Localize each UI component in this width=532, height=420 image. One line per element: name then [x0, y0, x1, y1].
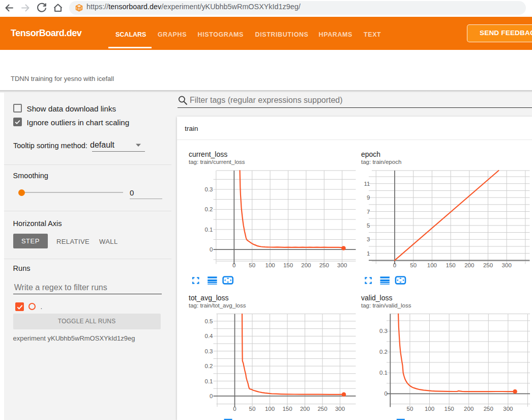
svg-text:0.3: 0.3 [205, 186, 213, 192]
svg-text:200: 200 [464, 406, 474, 412]
svg-text:0: 0 [210, 393, 213, 399]
svg-text:300: 300 [502, 262, 512, 268]
svg-text:300: 300 [335, 406, 345, 412]
svg-text:0.1: 0.1 [379, 370, 388, 376]
svg-text:250: 250 [483, 262, 493, 268]
svg-text:50: 50 [410, 262, 417, 268]
svg-text:0: 0 [233, 406, 236, 412]
svg-text:250: 250 [484, 406, 493, 412]
svg-text:200: 200 [301, 262, 311, 268]
svg-text:7: 7 [367, 209, 370, 215]
svg-text:250: 250 [319, 262, 329, 268]
svg-text:0.3: 0.3 [205, 348, 213, 354]
svg-text:tot_avg_loss: tot_avg_loss [189, 294, 229, 302]
svg-text:0.1: 0.1 [205, 378, 213, 384]
svg-text:1: 1 [367, 250, 370, 257]
svg-text:epoch: epoch [361, 150, 380, 158]
svg-text:100: 100 [265, 262, 275, 268]
svg-text:tag: train/valid_loss: tag: train/valid_loss [361, 302, 411, 309]
svg-text:300: 300 [337, 262, 347, 268]
svg-text:0.1: 0.1 [205, 227, 213, 233]
svg-text:0.5: 0.5 [205, 318, 213, 324]
svg-text:50: 50 [407, 406, 413, 412]
svg-text:150: 150 [282, 406, 292, 412]
svg-text:tag: train/epoch: tag: train/epoch [361, 159, 401, 165]
svg-text:0: 0 [210, 246, 213, 253]
svg-text:250: 250 [317, 406, 327, 412]
svg-text:current_loss: current_loss [189, 150, 227, 158]
svg-text:valid_loss: valid_loss [361, 294, 392, 302]
svg-text:5: 5 [367, 222, 370, 229]
svg-text:0: 0 [393, 262, 396, 268]
svg-text:300: 300 [503, 406, 513, 412]
svg-text:9: 9 [367, 194, 370, 201]
svg-text:0: 0 [385, 390, 388, 397]
svg-text:0.2: 0.2 [205, 206, 213, 212]
svg-text:0: 0 [232, 262, 235, 268]
svg-text:3: 3 [367, 236, 370, 242]
svg-text:0.2: 0.2 [379, 349, 388, 355]
svg-text:train: train [185, 125, 198, 132]
svg-text:11: 11 [364, 181, 370, 187]
svg-text:50: 50 [249, 262, 255, 268]
svg-text:tag: train/current_loss: tag: train/current_loss [189, 159, 245, 165]
svg-text:0.3: 0.3 [379, 328, 388, 334]
svg-text:100: 100 [427, 262, 437, 268]
svg-text:100: 100 [265, 406, 275, 412]
svg-text:0.4: 0.4 [205, 333, 214, 339]
svg-text:150: 150 [445, 406, 454, 412]
svg-text:150: 150 [446, 262, 456, 268]
svg-text:100: 100 [425, 406, 434, 412]
svg-text:0.2: 0.2 [205, 363, 213, 369]
svg-text:tag: train/tot_avg_loss: tag: train/tot_avg_loss [189, 302, 246, 309]
svg-text:50: 50 [249, 406, 256, 412]
svg-text:200: 200 [464, 262, 474, 268]
svg-text:150: 150 [283, 262, 293, 268]
svg-text:200: 200 [300, 406, 310, 412]
